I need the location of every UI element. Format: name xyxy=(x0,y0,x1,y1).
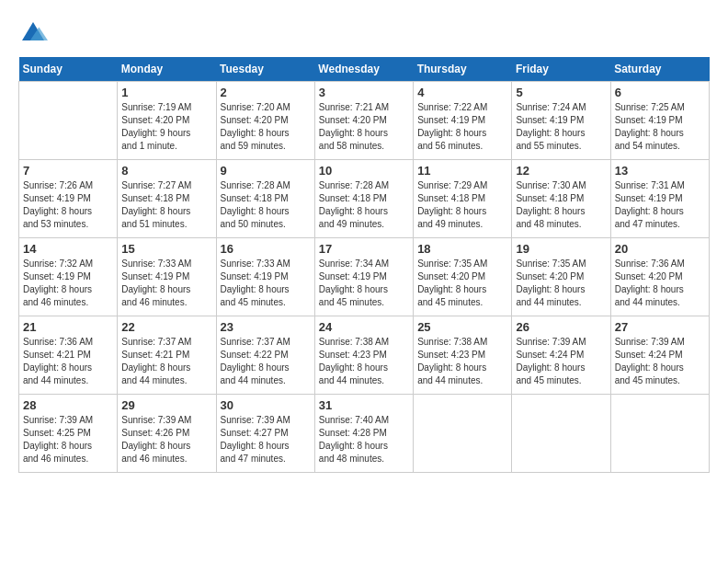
day-cell-17: 17Sunrise: 7:34 AM Sunset: 4:19 PM Dayli… xyxy=(314,238,413,316)
day-info: Sunrise: 7:36 AM Sunset: 4:21 PM Dayligh… xyxy=(23,336,113,387)
logo xyxy=(18,18,51,48)
logo-icon xyxy=(18,18,48,48)
empty-cell xyxy=(610,395,709,473)
weekday-header-thursday: Thursday xyxy=(414,57,512,82)
day-cell-1: 1Sunrise: 7:19 AM Sunset: 4:20 PM Daylig… xyxy=(118,82,216,160)
day-info: Sunrise: 7:26 AM Sunset: 4:19 PM Dayligh… xyxy=(23,179,113,231)
day-cell-14: 14Sunrise: 7:32 AM Sunset: 4:19 PM Dayli… xyxy=(19,238,118,316)
day-info: Sunrise: 7:40 AM Sunset: 4:28 PM Dayligh… xyxy=(319,414,409,465)
day-info: Sunrise: 7:35 AM Sunset: 4:20 PM Dayligh… xyxy=(417,258,507,309)
empty-cell xyxy=(512,395,610,473)
day-cell-25: 25Sunrise: 7:38 AM Sunset: 4:23 PM Dayli… xyxy=(414,316,512,395)
day-info: Sunrise: 7:39 AM Sunset: 4:27 PM Dayligh… xyxy=(221,414,311,465)
day-cell-6: 6Sunrise: 7:25 AM Sunset: 4:19 PM Daylig… xyxy=(610,82,709,160)
empty-cell xyxy=(414,395,512,473)
day-number: 27 xyxy=(615,320,705,334)
day-cell-11: 11Sunrise: 7:29 AM Sunset: 4:18 PM Dayli… xyxy=(414,160,512,238)
day-info: Sunrise: 7:29 AM Sunset: 4:18 PM Dayligh… xyxy=(417,179,507,231)
day-number: 26 xyxy=(516,320,606,334)
day-info: Sunrise: 7:27 AM Sunset: 4:18 PM Dayligh… xyxy=(121,179,211,231)
day-number: 30 xyxy=(221,398,311,412)
weekday-header-wednesday: Wednesday xyxy=(314,57,413,82)
day-info: Sunrise: 7:25 AM Sunset: 4:19 PM Dayligh… xyxy=(615,101,705,153)
week-row-2: 7Sunrise: 7:26 AM Sunset: 4:19 PM Daylig… xyxy=(19,160,710,238)
day-number: 13 xyxy=(615,164,705,178)
day-cell-27: 27Sunrise: 7:39 AM Sunset: 4:24 PM Dayli… xyxy=(610,316,709,395)
day-number: 21 xyxy=(23,320,113,334)
day-number: 16 xyxy=(221,242,311,256)
day-info: Sunrise: 7:36 AM Sunset: 4:20 PM Dayligh… xyxy=(615,258,705,309)
day-cell-9: 9Sunrise: 7:28 AM Sunset: 4:18 PM Daylig… xyxy=(216,160,314,238)
day-number: 8 xyxy=(121,164,211,178)
day-number: 22 xyxy=(121,320,211,334)
day-number: 6 xyxy=(615,86,705,99)
day-number: 7 xyxy=(23,164,113,178)
day-info: Sunrise: 7:28 AM Sunset: 4:18 PM Dayligh… xyxy=(221,179,311,231)
day-cell-5: 5Sunrise: 7:24 AM Sunset: 4:19 PM Daylig… xyxy=(512,82,610,160)
day-info: Sunrise: 7:33 AM Sunset: 4:19 PM Dayligh… xyxy=(121,258,211,309)
day-number: 18 xyxy=(417,242,507,256)
day-number: 10 xyxy=(319,164,409,178)
day-number: 2 xyxy=(221,86,311,99)
day-number: 29 xyxy=(121,398,211,412)
weekday-header-saturday: Saturday xyxy=(610,57,709,82)
day-cell-22: 22Sunrise: 7:37 AM Sunset: 4:21 PM Dayli… xyxy=(118,316,216,395)
day-info: Sunrise: 7:24 AM Sunset: 4:19 PM Dayligh… xyxy=(516,101,606,153)
day-info: Sunrise: 7:39 AM Sunset: 4:24 PM Dayligh… xyxy=(516,336,606,387)
empty-cell xyxy=(19,82,118,160)
day-info: Sunrise: 7:22 AM Sunset: 4:19 PM Dayligh… xyxy=(417,101,507,153)
weekday-header-tuesday: Tuesday xyxy=(216,57,314,82)
day-cell-19: 19Sunrise: 7:35 AM Sunset: 4:20 PM Dayli… xyxy=(512,238,610,316)
day-number: 20 xyxy=(615,242,705,256)
day-cell-13: 13Sunrise: 7:31 AM Sunset: 4:19 PM Dayli… xyxy=(610,160,709,238)
day-info: Sunrise: 7:39 AM Sunset: 4:24 PM Dayligh… xyxy=(615,336,705,387)
day-cell-3: 3Sunrise: 7:21 AM Sunset: 4:20 PM Daylig… xyxy=(314,82,413,160)
day-cell-30: 30Sunrise: 7:39 AM Sunset: 4:27 PM Dayli… xyxy=(216,395,314,473)
day-cell-29: 29Sunrise: 7:39 AM Sunset: 4:26 PM Dayli… xyxy=(118,395,216,473)
day-cell-21: 21Sunrise: 7:36 AM Sunset: 4:21 PM Dayli… xyxy=(19,316,118,395)
day-cell-28: 28Sunrise: 7:39 AM Sunset: 4:25 PM Dayli… xyxy=(19,395,118,473)
day-cell-26: 26Sunrise: 7:39 AM Sunset: 4:24 PM Dayli… xyxy=(512,316,610,395)
day-cell-2: 2Sunrise: 7:20 AM Sunset: 4:20 PM Daylig… xyxy=(216,82,314,160)
day-cell-7: 7Sunrise: 7:26 AM Sunset: 4:19 PM Daylig… xyxy=(19,160,118,238)
day-cell-10: 10Sunrise: 7:28 AM Sunset: 4:18 PM Dayli… xyxy=(314,160,413,238)
day-number: 5 xyxy=(516,86,606,99)
day-info: Sunrise: 7:34 AM Sunset: 4:19 PM Dayligh… xyxy=(319,258,409,309)
day-number: 11 xyxy=(417,164,507,178)
day-number: 3 xyxy=(319,86,409,99)
day-info: Sunrise: 7:37 AM Sunset: 4:22 PM Dayligh… xyxy=(221,336,311,387)
day-number: 12 xyxy=(516,164,606,178)
day-info: Sunrise: 7:33 AM Sunset: 4:19 PM Dayligh… xyxy=(221,258,311,309)
day-cell-24: 24Sunrise: 7:38 AM Sunset: 4:23 PM Dayli… xyxy=(314,316,413,395)
day-cell-20: 20Sunrise: 7:36 AM Sunset: 4:20 PM Dayli… xyxy=(610,238,709,316)
day-cell-15: 15Sunrise: 7:33 AM Sunset: 4:19 PM Dayli… xyxy=(118,238,216,316)
day-info: Sunrise: 7:32 AM Sunset: 4:19 PM Dayligh… xyxy=(23,258,113,309)
day-info: Sunrise: 7:38 AM Sunset: 4:23 PM Dayligh… xyxy=(417,336,507,387)
day-number: 25 xyxy=(417,320,507,334)
day-cell-31: 31Sunrise: 7:40 AM Sunset: 4:28 PM Dayli… xyxy=(314,395,413,473)
day-info: Sunrise: 7:19 AM Sunset: 4:20 PM Dayligh… xyxy=(121,101,211,153)
week-row-1: 1Sunrise: 7:19 AM Sunset: 4:20 PM Daylig… xyxy=(19,82,710,160)
calendar-table: SundayMondayTuesdayWednesdayThursdayFrid… xyxy=(18,57,710,473)
day-cell-8: 8Sunrise: 7:27 AM Sunset: 4:18 PM Daylig… xyxy=(118,160,216,238)
day-number: 28 xyxy=(23,398,113,412)
weekday-header-sunday: Sunday xyxy=(19,57,118,82)
day-number: 9 xyxy=(221,164,311,178)
day-cell-18: 18Sunrise: 7:35 AM Sunset: 4:20 PM Dayli… xyxy=(414,238,512,316)
day-number: 24 xyxy=(319,320,409,334)
day-number: 4 xyxy=(417,86,507,99)
day-info: Sunrise: 7:39 AM Sunset: 4:25 PM Dayligh… xyxy=(23,414,113,465)
day-info: Sunrise: 7:20 AM Sunset: 4:20 PM Dayligh… xyxy=(221,101,311,153)
day-number: 1 xyxy=(121,86,211,99)
day-info: Sunrise: 7:39 AM Sunset: 4:26 PM Dayligh… xyxy=(121,414,211,465)
day-info: Sunrise: 7:31 AM Sunset: 4:19 PM Dayligh… xyxy=(615,179,705,231)
day-info: Sunrise: 7:30 AM Sunset: 4:18 PM Dayligh… xyxy=(516,179,606,231)
day-info: Sunrise: 7:21 AM Sunset: 4:20 PM Dayligh… xyxy=(319,101,409,153)
day-info: Sunrise: 7:35 AM Sunset: 4:20 PM Dayligh… xyxy=(516,258,606,309)
day-cell-12: 12Sunrise: 7:30 AM Sunset: 4:18 PM Dayli… xyxy=(512,160,610,238)
day-cell-16: 16Sunrise: 7:33 AM Sunset: 4:19 PM Dayli… xyxy=(216,238,314,316)
weekday-header-row: SundayMondayTuesdayWednesdayThursdayFrid… xyxy=(19,57,710,82)
day-info: Sunrise: 7:28 AM Sunset: 4:18 PM Dayligh… xyxy=(319,179,409,231)
day-cell-23: 23Sunrise: 7:37 AM Sunset: 4:22 PM Dayli… xyxy=(216,316,314,395)
day-number: 19 xyxy=(516,242,606,256)
